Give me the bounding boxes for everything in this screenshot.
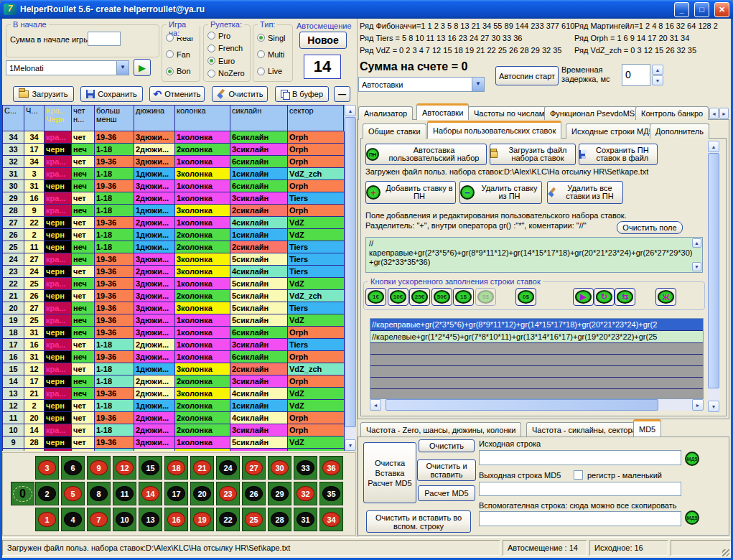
resize-grip[interactable] (722, 549, 729, 556)
chevron-down-icon[interactable]: ▼ (116, 61, 129, 75)
preset-combobox[interactable]: 1Melonati ▼ (6, 60, 129, 75)
table-row[interactable]: 122чернчет1-181дюжи...2колонка1сиклайнVd… (3, 400, 345, 412)
list-item-empty[interactable] (370, 355, 703, 366)
run-preset-button[interactable]: ▶ (134, 59, 151, 76)
table-row[interactable]: 2225кра...неч19-363дюжи...1колонка5сикла… (3, 278, 345, 290)
tab-наборы-пользовательских-ставок[interactable]: Наборы пользовательских ставок (427, 121, 561, 139)
to-buffer-button[interactable]: В буфер (275, 86, 329, 102)
board-number-33[interactable]: 33 (294, 456, 317, 480)
scroll-right-icon[interactable]: ► (692, 399, 704, 411)
table-row[interactable]: 2511черннеч1-181дюжи...2колонка2сиклайнT… (3, 241, 345, 253)
table-row[interactable]: 1716кра...чет1-182дюжи...1колонка3сиклай… (3, 339, 345, 351)
radio-bon[interactable]: Bon (166, 67, 197, 75)
md5-calc-icon[interactable]: МД5 (685, 452, 699, 466)
scroll-up-icon[interactable]: ▲ (345, 105, 356, 116)
board-number-24[interactable]: 24 (216, 456, 240, 480)
board-number-12[interactable]: 12 (113, 456, 136, 480)
radio-multi[interactable]: Multi (257, 50, 289, 59)
scroll-left-icon[interactable]: ◄ (370, 399, 381, 411)
md5-clear-button[interactable]: Очистить (419, 439, 475, 452)
autospin-start-button[interactable]: Автоспин старт (495, 66, 559, 85)
scroll-down-icon[interactable]: ▼ (708, 401, 719, 412)
chip-25€-button[interactable]: 25€ (409, 288, 430, 306)
tab-контроль-банкро[interactable]: Контроль банкро (635, 106, 709, 120)
board-number-21[interactable]: 21 (190, 456, 214, 480)
radio-french[interactable]: French (207, 44, 247, 52)
list-item-empty[interactable] (370, 378, 703, 389)
tab-исходные-строки-мд5[interactable]: Исходные строки МД5 (566, 123, 659, 139)
tab-частота-zero-шансы-дюжины-колонки[interactable]: Частота - Zero, шансы, дюжины, колонки (360, 422, 521, 437)
board-number-20[interactable]: 20 (190, 482, 214, 505)
spinner-down-icon[interactable]: ▼ (652, 75, 663, 85)
panel-scrollbar[interactable]: ▲ ▼ (708, 141, 719, 412)
tab-анализатор[interactable]: Анализатор (358, 106, 413, 120)
table-row[interactable]: 1120чернчет19-362дюжи...2колонка4сиклайн… (3, 412, 345, 424)
play-chip-button[interactable]: ▶ (573, 288, 594, 306)
field-scroll-down-icon[interactable]: ▼ (692, 262, 701, 271)
table-row[interactable]: 2722чернчет19-362дюжи...1колонка4сиклайн… (3, 217, 345, 229)
tab-функционал-psevdoms[interactable]: Функционал PsevdoMS (544, 106, 640, 120)
scroll-down-icon[interactable]: ▼ (345, 439, 356, 451)
save-set-file-button[interactable]: Сохранить ПН ставок в файл (579, 144, 658, 165)
autobet-user-set-button[interactable]: ПН Автоставка пользовательский набор (365, 144, 487, 165)
table-row[interactable]: 3317черннеч1-182дюжи...2колонка3сиклайнO… (3, 144, 345, 156)
chip-50€-button[interactable]: 50€ (431, 288, 452, 306)
list-item-empty[interactable] (370, 389, 703, 399)
board-number-1[interactable]: 1 (35, 508, 59, 531)
board-number-7[interactable]: 7 (87, 508, 111, 531)
board-number-19[interactable]: 19 (190, 508, 214, 531)
radio-singl[interactable]: Singl (257, 34, 289, 42)
scroll-up-icon[interactable]: ▲ (708, 141, 719, 152)
clear-button[interactable]: Очистить (212, 86, 268, 102)
tabs-scroll-left-icon[interactable]: ◄ (709, 108, 719, 119)
board-number-22[interactable]: 22 (216, 508, 240, 531)
add-bet-button[interactable]: + Добавить ставку в ПН (365, 181, 456, 204)
close-button[interactable]: ✕ (714, 2, 729, 17)
table-row[interactable]: 2916кра...чет1-182дюжи...1колонка3сиклай… (3, 192, 345, 205)
load-set-file-button[interactable]: Загрузить файл набора ставок (490, 144, 576, 165)
chip-10€-button[interactable]: 10€ (388, 288, 408, 306)
md5-calc-button[interactable]: Расчет MD5 (418, 485, 475, 501)
tabs-scroll-right-icon[interactable]: ► (719, 108, 729, 119)
table-row[interactable]: 1014кра...чет1-182дюжи...2колонка3сиклай… (3, 424, 345, 437)
list-item[interactable]: //карелевые+gr(1*2*4*5)+gr(7*8*10*11)+gr… (370, 331, 703, 343)
md5-clear-paste-button[interactable]: Очистить и вставить (417, 459, 476, 481)
table-row[interactable]: 2027кра...неч19-363дюжи...3колонка5сикла… (3, 302, 345, 314)
delay-input[interactable]: 0 (622, 64, 650, 86)
board-number-16[interactable]: 16 (164, 508, 188, 531)
board-zero[interactable]: 0 (11, 482, 34, 505)
tab-md5[interactable]: MD5 (633, 419, 661, 437)
field-scroll-up-icon[interactable]: ▲ (692, 238, 701, 248)
maximize-button[interactable]: □ (694, 2, 709, 17)
chevron-down-icon[interactable]: ▼ (472, 78, 484, 91)
table-row[interactable]: 289кра...неч1-181дюжи...3колонка2сиклайн… (3, 205, 345, 217)
table-row[interactable]: 1417черннеч1-182дюжи...2колонка3сиклайнO… (3, 375, 345, 388)
md5-big-button[interactable]: ОчисткаВставкаРасчет MD5 (363, 442, 416, 503)
table-row[interactable]: 3234кра...чет19-363дюжи...1колонка6сикла… (3, 156, 345, 168)
start-sum-input[interactable] (88, 32, 121, 46)
minus-button[interactable]: — (334, 86, 350, 102)
radio-pro[interactable]: Pro (207, 32, 247, 40)
board-number-25[interactable]: 25 (242, 508, 266, 531)
table-row[interactable]: 3434кра...чет19-363дюжи...1колонка6сикла… (3, 131, 345, 144)
panel-scroll-thumb[interactable] (708, 153, 719, 388)
chip-0$-button[interactable]: 0$ (515, 288, 536, 306)
board-number-35[interactable]: 35 (319, 482, 343, 505)
table-row[interactable]: 1321кра...неч19-362дюжи...3колонка4сикла… (3, 388, 345, 400)
autobets-combobox[interactable]: Автоставки ▼ (358, 77, 485, 92)
board-number-11[interactable]: 11 (113, 482, 136, 505)
table-row[interactable]: 1631черннеч19-363дюжи...1колонка6сиклайн… (3, 351, 345, 363)
delete-bet-button[interactable]: − Удалить ставку из ПН (459, 181, 542, 204)
bet-edit-field[interactable]: //кареправые+gr(2*3*5*6)+gr(8*9*11*12)+g… (365, 237, 703, 273)
tab-общие-ставки[interactable]: Общие ставки (363, 123, 426, 139)
tab-автоставки[interactable]: Автоставки (416, 103, 469, 120)
md5-clear-paste-aux-button[interactable]: Очистить и вставить во вспом. строку (366, 510, 471, 533)
md5-source-input[interactable] (479, 450, 681, 465)
board-number-28[interactable]: 28 (268, 508, 291, 531)
new-button[interactable]: Новое (299, 32, 347, 49)
table-row[interactable]: 928чернчет19-363дюжи...1колонка5сиклайнV… (3, 437, 345, 449)
board-number-26[interactable]: 26 (242, 482, 266, 505)
board-number-3[interactable]: 3 (35, 456, 59, 480)
load-button[interactable]: Загрузить (13, 86, 74, 102)
board-number-14[interactable]: 14 (139, 482, 162, 505)
